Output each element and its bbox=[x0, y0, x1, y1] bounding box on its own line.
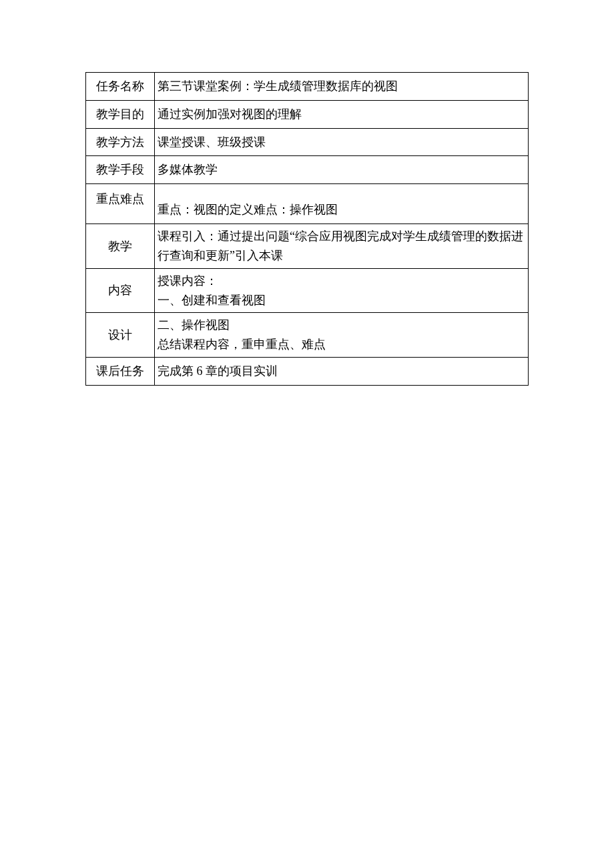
teach-design-summary-line1: 二、操作视图 bbox=[158, 316, 525, 335]
teach-design-summary-line2: 总结课程内容，重申重点、难点 bbox=[158, 335, 525, 354]
table-row: 内容 授课内容： 一、创建和查看视图 bbox=[86, 268, 529, 313]
table-row: 重点难点 重点：视图的定义难点：操作视图 bbox=[86, 184, 529, 224]
table-row: 教学 课程引入：通过提出问题“综合应用视图完成对学生成绩管理的数据进行查询和更新… bbox=[86, 224, 529, 269]
label-teach-design-1: 教学 bbox=[86, 224, 155, 269]
teach-design-intro-text: 课程引入：通过提出问题“综合应用视图完成对学生成绩管理的数据进行查询和更新”引入… bbox=[158, 227, 525, 266]
table-row: 任务名称 第三节课堂案例：学生成绩管理数据库的视图 bbox=[86, 73, 529, 101]
value-task-name: 第三节课堂案例：学生成绩管理数据库的视图 bbox=[155, 73, 529, 101]
label-teach-objective: 教学目的 bbox=[86, 100, 155, 128]
label-task-name: 任务名称 bbox=[86, 73, 155, 101]
value-teach-method: 课堂授课、班级授课 bbox=[155, 128, 529, 156]
value-teach-design-content: 授课内容： 一、创建和查看视图 bbox=[155, 268, 529, 313]
value-homework: 完成第 6 章的项目实训 bbox=[155, 357, 529, 385]
value-teach-design-intro: 课程引入：通过提出问题“综合应用视图完成对学生成绩管理的数据进行查询和更新”引入… bbox=[155, 224, 529, 269]
value-key-difficulty: 重点：视图的定义难点：操作视图 bbox=[155, 184, 529, 224]
teach-design-content-line1: 授课内容： bbox=[158, 272, 525, 291]
value-teach-objective: 通过实例加强对视图的理解 bbox=[155, 100, 529, 128]
label-teach-design-2: 内容 bbox=[86, 268, 155, 313]
label-key-difficulty: 重点难点 bbox=[86, 184, 155, 224]
value-teach-design-summary: 二、操作视图 总结课程内容，重申重点、难点 bbox=[155, 313, 529, 358]
table-row: 教学手段 多媒体教学 bbox=[86, 156, 529, 184]
label-homework: 课后任务 bbox=[86, 357, 155, 385]
lesson-plan-table: 任务名称 第三节课堂案例：学生成绩管理数据库的视图 教学目的 通过实例加强对视图… bbox=[85, 72, 529, 386]
table-row: 教学目的 通过实例加强对视图的理解 bbox=[86, 100, 529, 128]
label-teach-method: 教学方法 bbox=[86, 128, 155, 156]
teach-design-content-line2: 一、创建和查看视图 bbox=[158, 291, 525, 310]
table-row: 设计 二、操作视图 总结课程内容，重申重点、难点 bbox=[86, 313, 529, 358]
value-teach-means: 多媒体教学 bbox=[155, 156, 529, 184]
label-teach-means: 教学手段 bbox=[86, 156, 155, 184]
table-row: 教学方法 课堂授课、班级授课 bbox=[86, 128, 529, 156]
label-teach-design-3: 设计 bbox=[86, 313, 155, 358]
table-row: 课后任务 完成第 6 章的项目实训 bbox=[86, 357, 529, 385]
